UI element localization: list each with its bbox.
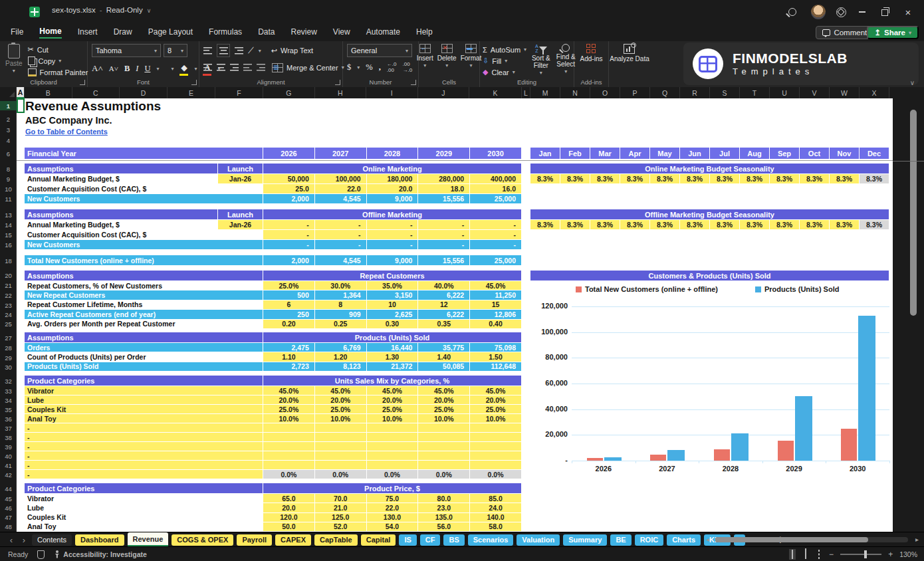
value-cell[interactable]: 25.0% bbox=[367, 405, 419, 413]
minimize-button[interactable] bbox=[854, 4, 871, 20]
horizontal-scrollbar-thumb[interactable] bbox=[715, 537, 868, 542]
chart[interactable]: Customers & Products (Units) SoldTotal N… bbox=[530, 271, 889, 490]
section-title-header[interactable]: Products (Units) Sold bbox=[263, 332, 522, 342]
value-cell[interactable]: 0.0% bbox=[315, 470, 367, 479]
value-cell[interactable] bbox=[315, 423, 367, 432]
decrease-indent-icon[interactable] bbox=[243, 64, 252, 71]
value-cell[interactable] bbox=[418, 433, 470, 441]
seasonality-cell[interactable]: 8.3% bbox=[530, 174, 560, 183]
value-cell[interactable]: 10.0% bbox=[418, 414, 470, 423]
value-cell[interactable] bbox=[367, 433, 419, 441]
value-cell[interactable]: 6,769 bbox=[315, 343, 367, 352]
sheet-tab-cogs-opex[interactable]: COGS & OPEX bbox=[172, 534, 233, 546]
row-header-44[interactable]: 44 bbox=[0, 484, 17, 493]
orientation-icon[interactable]: ⟋ bbox=[248, 46, 254, 56]
value-cell[interactable]: 65.0 bbox=[263, 494, 315, 503]
value-cell[interactable]: - bbox=[367, 240, 419, 249]
cut-button[interactable]: ✂Cut bbox=[28, 44, 88, 55]
value-cell[interactable]: 20.0 bbox=[367, 184, 419, 193]
seasonality-cell[interactable]: 8.3% bbox=[560, 174, 590, 183]
value-cell[interactable] bbox=[367, 451, 419, 460]
value-cell[interactable]: 75.0 bbox=[367, 494, 419, 503]
value-cell[interactable]: - bbox=[367, 220, 419, 229]
seasonality-cell[interactable]: 8.3% bbox=[650, 220, 680, 229]
value-cell[interactable] bbox=[263, 461, 315, 469]
value-cell[interactable]: 1.20 bbox=[315, 352, 367, 361]
row-header-46[interactable]: 46 bbox=[0, 503, 17, 512]
seasonality-cell[interactable]: 8.3% bbox=[530, 220, 560, 229]
value-cell[interactable]: 23.0 bbox=[418, 503, 470, 512]
section-corner-header[interactable]: Product Categories bbox=[25, 483, 263, 493]
row-header-10[interactable]: 10 bbox=[0, 184, 17, 193]
section-corner-header[interactable]: Assumptions bbox=[25, 332, 263, 342]
value-cell[interactable] bbox=[315, 461, 367, 469]
menu-page-layout[interactable]: Page Layout bbox=[148, 27, 193, 38]
addins-button[interactable]: Add-ins bbox=[580, 44, 603, 62]
value-cell[interactable]: 1.30 bbox=[367, 352, 419, 361]
value-cell[interactable]: 85.0 bbox=[470, 494, 522, 503]
value-cell[interactable] bbox=[315, 451, 367, 460]
wrap-text-button[interactable]: ↩Wrap Text bbox=[271, 45, 313, 56]
sheet-tab-bs[interactable]: BS bbox=[443, 534, 464, 546]
row-header-39[interactable]: 39 bbox=[0, 442, 17, 451]
collapse-ribbon-icon[interactable]: ∨ bbox=[910, 79, 915, 86]
row-label[interactable]: - bbox=[25, 433, 263, 441]
year-header[interactable]: 2026 bbox=[263, 148, 315, 159]
value-cell[interactable]: 20.0% bbox=[367, 395, 419, 404]
merge-center-button[interactable]: ▥Merge & Center▾ bbox=[272, 62, 344, 73]
value-cell[interactable]: 10.0% bbox=[315, 414, 367, 423]
value-cell[interactable]: 10.0% bbox=[367, 414, 419, 423]
value-cell[interactable] bbox=[470, 442, 522, 451]
value-cell[interactable] bbox=[418, 442, 470, 451]
month-header[interactable]: Feb bbox=[560, 148, 590, 159]
month-header[interactable]: Jul bbox=[710, 148, 740, 159]
normal-view-button[interactable] bbox=[789, 549, 796, 560]
value-cell[interactable] bbox=[367, 423, 419, 432]
column-header-A[interactable]: A bbox=[17, 87, 25, 98]
select-all-corner[interactable] bbox=[0, 87, 17, 98]
month-header[interactable]: Sep bbox=[770, 148, 800, 159]
column-header-L[interactable]: L bbox=[522, 87, 530, 98]
horizontal-scrollbar[interactable]: ◂ ▸ bbox=[706, 537, 919, 543]
value-cell[interactable]: 22.0 bbox=[367, 503, 419, 512]
sheet-tab-scenarios[interactable]: Scenarios bbox=[468, 534, 514, 546]
sheet-tab-capital[interactable]: Capital bbox=[361, 534, 396, 546]
dialog-launcher-icon[interactable] bbox=[191, 80, 197, 85]
increase-indent-icon[interactable] bbox=[257, 64, 265, 71]
grow-font-button[interactable]: A˄ bbox=[92, 63, 103, 74]
value-cell[interactable]: 21.0 bbox=[315, 503, 367, 512]
value-cell[interactable]: 20.0% bbox=[263, 395, 315, 404]
row-label[interactable]: Anal Toy bbox=[25, 522, 263, 531]
row-label[interactable]: Vibrator bbox=[25, 494, 263, 503]
seasonality-cell[interactable]: 8.3% bbox=[680, 220, 710, 229]
value-cell[interactable] bbox=[367, 461, 419, 469]
row-header-24[interactable]: 24 bbox=[0, 310, 17, 319]
column-header-E[interactable]: E bbox=[168, 87, 215, 98]
value-cell[interactable]: 58.0 bbox=[470, 522, 522, 531]
column-header-C[interactable]: C bbox=[72, 87, 120, 98]
align-bottom-icon[interactable] bbox=[235, 47, 243, 55]
value-cell[interactable]: 25,000 bbox=[470, 255, 522, 265]
month-header[interactable]: Dec bbox=[860, 148, 889, 159]
column-header-H[interactable]: H bbox=[315, 87, 367, 98]
value-cell[interactable]: 2,000 bbox=[263, 255, 315, 265]
row-label[interactable]: New Customers bbox=[25, 194, 263, 203]
value-cell[interactable]: 400,000 bbox=[470, 174, 522, 183]
sheet-tab-cf[interactable]: CF bbox=[420, 534, 441, 546]
row-label[interactable]: Couples Kit bbox=[25, 405, 263, 413]
value-cell[interactable]: 25.0% bbox=[263, 281, 315, 290]
value-cell[interactable]: 100,000 bbox=[315, 174, 367, 183]
copy-button[interactable]: Copy▾ bbox=[28, 55, 88, 66]
value-cell[interactable] bbox=[263, 423, 315, 432]
section-title-header[interactable]: Repeat Customers bbox=[263, 271, 522, 280]
value-cell[interactable] bbox=[470, 461, 522, 469]
row-header-14[interactable]: 14 bbox=[0, 220, 17, 229]
value-cell[interactable] bbox=[418, 423, 470, 432]
value-cell[interactable]: 0.20 bbox=[263, 320, 315, 328]
row-header-42[interactable]: 42 bbox=[0, 470, 17, 479]
font-size-select[interactable]: 8▾ bbox=[164, 44, 187, 57]
row-header-29[interactable]: 29 bbox=[0, 353, 17, 362]
value-cell[interactable] bbox=[263, 433, 315, 441]
row-header-21[interactable]: 21 bbox=[0, 280, 17, 290]
seasonality-title[interactable]: Offline Marketing Budget Seasonality bbox=[530, 209, 889, 219]
